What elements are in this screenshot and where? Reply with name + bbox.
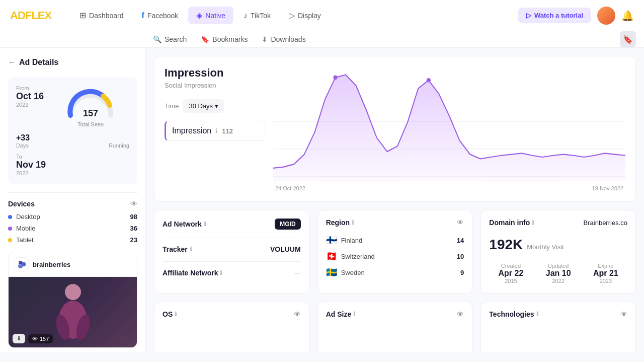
avatar[interactable] [597, 7, 615, 25]
nav-item-facebook[interactable]: f Facebook [134, 7, 187, 24]
ad-network-header: Ad Network ℹ MGID [163, 219, 301, 230]
mobile-count: 36 [130, 225, 137, 232]
nav-item-native[interactable]: ◈ Native [188, 7, 233, 24]
nav-item-dashboard[interactable]: ⊞ Dashboard [71, 7, 132, 24]
stats-card: From Oct 16 2022 157 [8, 77, 137, 184]
device-row-desktop: Desktop 98 [8, 213, 137, 221]
time-label: Time [165, 102, 179, 110]
nav-label-native: Native [205, 12, 225, 20]
created-block: Created Apr 22 2015 [489, 263, 532, 284]
nav-items: ⊞ Dashboard f Facebook ◈ Native ♪ TikTok… [71, 7, 518, 24]
impression-card: Impression Social Impression Time 30 Day… [154, 56, 636, 202]
time-row: Time 30 Days ▾ [165, 99, 265, 113]
expire-date: Apr 21 [584, 269, 627, 278]
updated-date: Jan 10 [537, 269, 580, 278]
region-eye-icon[interactable]: 👁 [457, 219, 464, 227]
ad-size-eye-icon[interactable]: 👁 [457, 310, 464, 318]
main-content: Impression Social Impression Time 30 Day… [146, 48, 644, 352]
from-date-block: From Oct 16 2022 [16, 85, 44, 108]
ad-network-info-icon[interactable]: ℹ [204, 221, 206, 228]
device-row-tablet: Tablet 23 [8, 236, 137, 244]
nav-label-facebook: Facebook [147, 12, 178, 20]
impression-legend: Impression ℹ 112 [165, 121, 265, 141]
dashboard-icon: ⊞ [79, 11, 86, 20]
divider-2 [163, 261, 301, 262]
watch-tutorial-button[interactable]: ▷ Watch a tutorial [518, 8, 591, 23]
visits-label: Monthly Visit [527, 243, 564, 251]
region-row-sweden: 🇸🇪 Sweden 9 [326, 267, 464, 278]
chart-right: 24 Oct 2022 19 Nov 2022 [273, 66, 625, 191]
tracker-info-icon[interactable]: ℹ [190, 246, 192, 253]
ad-image-overlay: ⬇ 👁 157 [13, 334, 53, 343]
devices-eye-icon[interactable]: 👁 [130, 200, 137, 208]
region-row-switzerland: 🇨🇭 Switzerland 10 [326, 251, 464, 262]
mobile-label: Mobile [16, 225, 126, 232]
switzerland-count: 10 [457, 253, 464, 260]
back-button[interactable]: ← Ad Details [8, 58, 137, 67]
logo[interactable]: ADFLEX [10, 9, 51, 22]
display-icon: ▷ [289, 11, 295, 20]
os-eye-icon[interactable]: 👁 [294, 310, 301, 318]
device-row-mobile: Mobile 36 [8, 225, 137, 232]
to-row: To Nov 19 2022 [16, 154, 129, 176]
days-label: Days [16, 142, 30, 149]
region-title: Region ℹ [326, 219, 354, 227]
created-label: Created [489, 263, 532, 269]
domain-title: Domain info ℹ [489, 219, 534, 227]
technologies-eye-icon[interactable]: 👁 [620, 310, 627, 318]
chart-start-date: 24 Oct 2022 [275, 185, 305, 191]
updated-year: 2022 [537, 278, 580, 284]
gauge-chart: 157 [65, 85, 116, 120]
svg-point-10 [427, 78, 431, 83]
region-header: Region ℹ 👁 [326, 219, 464, 227]
ad-size-info-icon[interactable]: ℹ [353, 311, 356, 318]
views-badge: 👁 157 [28, 334, 53, 343]
sub-nav-downloads[interactable]: ⬇ Downloads [255, 31, 312, 47]
region-list: 🇫🇮 Finland 14 🇨🇭 Switzerland 10 🇸🇪 Swede… [326, 235, 464, 278]
domain-info-icon[interactable]: ℹ [532, 219, 534, 226]
affiliate-row: Affiliate Network ℹ --- [163, 269, 301, 277]
watch-tutorial-label: Watch a tutorial [534, 12, 583, 19]
region-info-icon[interactable]: ℹ [352, 219, 354, 226]
technologies-info-icon[interactable]: ℹ [536, 311, 539, 318]
sidebar-title: Ad Details [19, 58, 58, 67]
time-select[interactable]: 30 Days ▾ [183, 99, 224, 113]
created-year: 2015 [489, 278, 532, 284]
legend-value: 112 [222, 127, 233, 135]
bookmark-icon: 🔖 [201, 35, 209, 43]
sub-nav-bookmarks[interactable]: 🔖 Bookmarks [194, 31, 255, 47]
region-row-finland: 🇫🇮 Finland 14 [326, 235, 464, 246]
from-date: Oct 16 [16, 91, 44, 102]
expire-year: 2023 [584, 278, 627, 284]
legend-info-icon[interactable]: ℹ [215, 127, 218, 134]
save-button[interactable]: 🔖 [620, 31, 636, 47]
to-label: To [16, 154, 129, 160]
sub-nav-search[interactable]: 🔍 Search [146, 31, 194, 47]
bell-icon[interactable]: 🔔 [621, 10, 634, 22]
os-info-icon[interactable]: ℹ [175, 311, 177, 318]
domain-url: Brainberries.co [584, 219, 627, 227]
tablet-label: Tablet [16, 236, 126, 244]
ad-network-title: Ad Network ℹ [163, 220, 206, 228]
legend-label: Impression [172, 126, 211, 135]
os-header: OS ℹ 👁 [163, 310, 301, 318]
from-to-row: From Oct 16 2022 157 [16, 85, 129, 127]
ad-size-card: Ad Size ℹ 👁 [317, 302, 473, 352]
nav-label-tiktok: TikTok [251, 12, 271, 20]
tracker-row: Tracker ℹ VOLUUM [163, 245, 301, 253]
affiliate-info-icon[interactable]: ℹ [220, 269, 222, 276]
sub-nav-downloads-label: Downloads [271, 35, 305, 43]
domain-visits-row: 192K Monthly Visit [489, 235, 627, 255]
sweden-name: Sweden [341, 269, 456, 276]
play-icon: ▷ [526, 12, 531, 19]
views-count: 157 [40, 336, 49, 342]
impression-subtitle: Social Impression [165, 82, 265, 89]
nav-label-display: Display [298, 12, 321, 20]
gauge-label: Total Seen [77, 121, 104, 127]
ad-image-svg [48, 282, 98, 342]
ad-card: 🫐 brainberries ⬇ [8, 252, 137, 348]
svg-point-9 [333, 75, 337, 80]
nav-item-tiktok[interactable]: ♪ TikTok [235, 7, 279, 24]
tablet-count: 23 [130, 236, 137, 244]
nav-item-display[interactable]: ▷ Display [281, 7, 329, 24]
